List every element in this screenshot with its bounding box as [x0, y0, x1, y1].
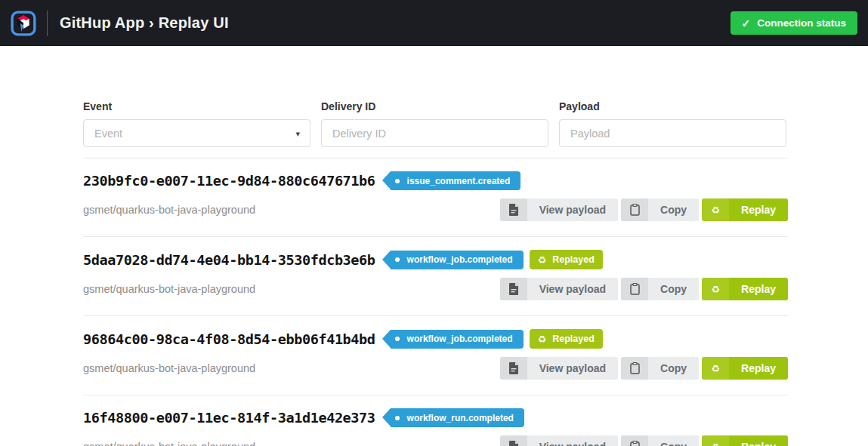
clipboard-icon: [621, 278, 648, 300]
replay-label: Replay: [729, 278, 788, 300]
event-filter-label: Event: [83, 100, 310, 112]
delivery-id-text: 5daa7028-dd74-4e04-bb14-3530fdcb3e6b: [83, 252, 375, 268]
file-icon: [500, 435, 527, 446]
dot-icon: [395, 337, 400, 341]
main-content: Event Event ▾ Delivery ID Payload 230b9f…: [83, 100, 788, 446]
dot-icon: [395, 416, 400, 420]
replayed-badge: ♻ Replayed: [530, 250, 603, 269]
replay-label: Replay: [729, 198, 788, 221]
clipboard-icon: [621, 435, 648, 446]
delivery-id-input[interactable]: [332, 128, 537, 140]
event-select-placeholder: Event: [94, 128, 122, 140]
header-divider: [47, 11, 48, 36]
copy-label: Copy: [648, 198, 699, 221]
view-payload-label: View payload: [527, 357, 618, 380]
clipboard-icon: [621, 198, 648, 221]
event-badge: issue_comment.created: [391, 171, 521, 190]
replayed-badge-label: Replayed: [552, 334, 595, 344]
repository-name: gsmet/quarkus-bot-java-playground: [83, 362, 255, 374]
view-payload-button[interactable]: View payload: [500, 357, 618, 380]
delivery-row: 96864c00-98ca-4f08-8d54-ebb06f41b4bd wor…: [83, 315, 788, 395]
recycle-icon: ♻: [702, 357, 729, 380]
repository-name: gsmet/quarkus-bot-java-playground: [83, 283, 255, 295]
view-payload-button[interactable]: View payload: [500, 278, 618, 300]
copy-label: Copy: [648, 357, 699, 380]
recycle-icon: ♻: [538, 254, 547, 266]
quarkus-logo-icon: [11, 11, 36, 36]
check-icon: ✓: [742, 17, 751, 29]
event-badge: workflow_job.completed: [391, 330, 524, 349]
event-badge-label: workflow_job.completed: [407, 254, 513, 265]
recycle-icon: ♻: [702, 198, 729, 221]
chevron-down-icon: ▾: [295, 128, 300, 138]
file-icon: [500, 357, 527, 380]
copy-button[interactable]: Copy: [621, 435, 699, 446]
view-payload-label: View payload: [527, 198, 618, 221]
view-payload-label: View payload: [527, 435, 618, 446]
page-title: GitHup App › Replay UI: [60, 14, 229, 32]
filter-bar: Event Event ▾ Delivery ID Payload: [83, 100, 788, 147]
recycle-icon: ♻: [538, 334, 547, 345]
recycle-icon: ♻: [702, 278, 729, 300]
copy-label: Copy: [648, 435, 699, 446]
delivery-id-text: 16f48800-e007-11ec-814f-3a1d1e42e373: [83, 410, 375, 426]
connection-status-button[interactable]: ✓ Connection status: [731, 11, 858, 35]
repository-name: gsmet/quarkus-bot-java-playground: [83, 441, 255, 446]
copy-button[interactable]: Copy: [621, 278, 699, 300]
delivery-row: 16f48800-e007-11ec-814f-3a1d1e42e373 wor…: [83, 395, 788, 446]
view-payload-button[interactable]: View payload: [500, 198, 618, 221]
replay-button[interactable]: ♻ Replay: [702, 435, 788, 446]
delivery-id-text: 230b9fc0-e007-11ec-9d84-880c647671b6: [83, 173, 375, 189]
delivery-row: 5daa7028-dd74-4e04-bb14-3530fdcb3e6b wor…: [83, 236, 788, 315]
repository-name: gsmet/quarkus-bot-java-playground: [83, 204, 255, 216]
file-icon: [500, 278, 527, 300]
view-payload-button[interactable]: View payload: [500, 435, 618, 446]
event-badge: workflow_run.completed: [391, 408, 524, 427]
replay-button[interactable]: ♻ Replay: [702, 278, 788, 300]
copy-button[interactable]: Copy: [621, 198, 699, 221]
copy-button[interactable]: Copy: [621, 357, 699, 380]
event-select[interactable]: Event ▾: [83, 119, 310, 147]
delivery-id-text: 96864c00-98ca-4f08-8d54-ebb06f41b4bd: [83, 331, 375, 347]
event-badge-label: issue_comment.created: [407, 176, 511, 186]
delivery-list: 230b9fc0-e007-11ec-9d84-880c647671b6 iss…: [83, 158, 788, 446]
replay-button[interactable]: ♻ Replay: [702, 357, 788, 380]
event-badge: workflow_job.completed: [391, 251, 524, 269]
event-badge-label: workflow_job.completed: [407, 334, 513, 344]
replay-label: Replay: [729, 357, 788, 380]
delivery-id-filter-label: Delivery ID: [321, 100, 548, 112]
recycle-icon: ♻: [702, 435, 729, 446]
event-badge-label: workflow_run.completed: [407, 413, 514, 423]
view-payload-label: View payload: [527, 278, 618, 300]
dot-icon: [395, 257, 400, 262]
payload-input[interactable]: [570, 128, 775, 140]
app-header: GitHup App › Replay UI ✓ Connection stat…: [0, 0, 868, 46]
payload-filter-label: Payload: [559, 100, 786, 112]
replayed-badge-label: Replayed: [552, 254, 595, 265]
replay-label: Replay: [729, 435, 788, 446]
replay-button[interactable]: ♻ Replay: [702, 198, 788, 221]
file-icon: [500, 198, 527, 221]
copy-label: Copy: [648, 278, 699, 300]
replayed-badge: ♻ Replayed: [530, 329, 603, 349]
connection-status-label: Connection status: [757, 17, 846, 29]
dot-icon: [395, 179, 400, 183]
delivery-row: 230b9fc0-e007-11ec-9d84-880c647671b6 iss…: [83, 158, 788, 236]
clipboard-icon: [621, 357, 648, 380]
